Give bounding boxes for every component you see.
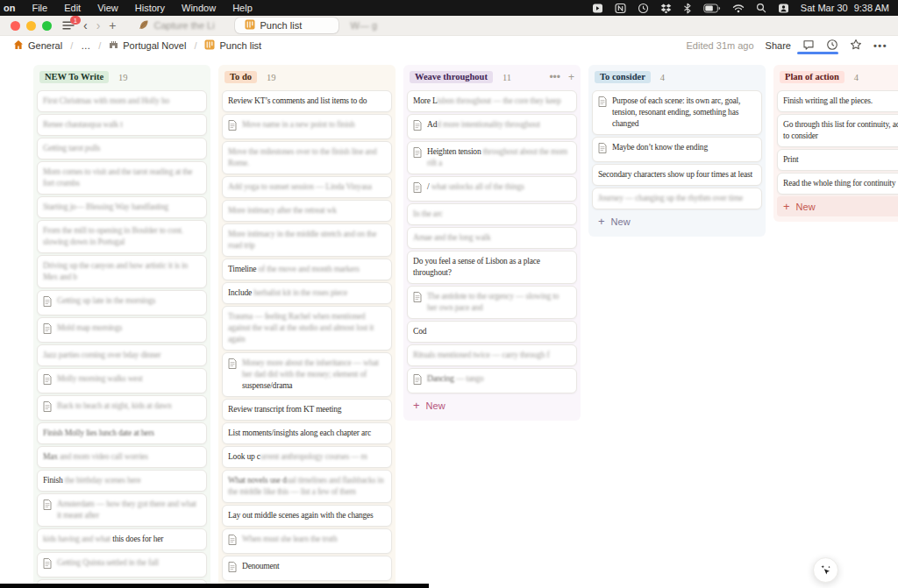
- new-tab-button[interactable]: +: [109, 18, 116, 32]
- board-card[interactable]: Look up current anthropology courses — m: [222, 446, 392, 468]
- menu-file[interactable]: File: [32, 3, 47, 13]
- battery-icon[interactable]: [703, 4, 721, 13]
- updates-clock-icon[interactable]: [826, 39, 838, 53]
- add-new-card-button[interactable]: +New: [407, 395, 577, 415]
- tab-capture-the-li[interactable]: Capture the Li: [129, 18, 232, 33]
- board-card[interactable]: kids having and what this does for her: [37, 528, 207, 550]
- share-button[interactable]: Share: [766, 40, 791, 51]
- board-card[interactable]: Trauma — feeling Rachel when mentioned a…: [222, 306, 392, 351]
- board-card[interactable]: Money more about the inheritance — what …: [222, 352, 392, 397]
- board-card[interactable]: The antidote to the urgency — slowing to…: [407, 286, 577, 319]
- board-card[interactable]: Getting Quinta settled in the fall: [37, 552, 207, 577]
- board-card[interactable]: Move the milestones over to the finish l…: [222, 141, 392, 174]
- bluetooth-icon[interactable]: [683, 3, 692, 14]
- board-card[interactable]: Getting tarot pulls: [37, 138, 207, 159]
- board-card[interactable]: Lay out middle scenes again with the cha…: [222, 505, 392, 527]
- board-card[interactable]: First Christmas with mom and Holly ho: [37, 90, 207, 112]
- notion-ai-button[interactable]: [813, 557, 838, 583]
- column-options-button[interactable]: •••: [549, 71, 560, 83]
- board-card[interactable]: Print: [777, 149, 898, 171]
- zoom-window-button[interactable]: [42, 21, 52, 31]
- board-card[interactable]: Renee chautauqua walk t: [37, 114, 207, 136]
- board-card[interactable]: Finish writing all the pieces.: [777, 90, 898, 112]
- column-title-badge[interactable]: To do: [224, 71, 257, 83]
- board-card[interactable]: Driving up the canyon and how artistic i…: [37, 255, 207, 288]
- board-card[interactable]: Starting jo— Blessing Way handfasting: [37, 196, 207, 218]
- user-switch-icon[interactable]: [778, 3, 789, 14]
- add-new-card-button[interactable]: +New: [592, 211, 762, 231]
- breadcrumb-item-punch-list[interactable]: Punch list: [202, 39, 264, 53]
- board-card[interactable]: Read the whole thing for continuity: [777, 173, 898, 195]
- board-card[interactable]: Journey — changing up the rhythm over ti…: [592, 188, 762, 209]
- column-title-badge[interactable]: NEW To Write: [39, 71, 109, 83]
- menu-edit[interactable]: Edit: [64, 3, 81, 13]
- board-card[interactable]: Secondary characters show up four times …: [592, 164, 762, 186]
- column-add-card-button[interactable]: +: [568, 71, 574, 83]
- breadcrumb-item-portugal-novel[interactable]: Portugal Novel: [106, 39, 189, 52]
- board-card[interactable]: Go through this list for continuity, add…: [777, 114, 898, 147]
- menubar-date[interactable]: Sat Mar 30: [801, 3, 848, 13]
- spotlight-icon[interactable]: [756, 3, 766, 13]
- board-card[interactable]: Max and mom video call worries: [37, 446, 207, 468]
- board-card[interactable]: Mold map mornings: [37, 317, 207, 343]
- board-card[interactable]: / what unlocks all of the things: [407, 176, 577, 202]
- notion-menu-icon[interactable]: [615, 3, 626, 14]
- board-card[interactable]: Maybe don’t know the ending: [592, 137, 762, 162]
- column-title-badge[interactable]: To consider: [595, 71, 651, 83]
- board-card[interactable]: When must she learn the truth: [222, 528, 392, 554]
- sidebar-toggle-button[interactable]: 1: [62, 20, 75, 31]
- menubar-time[interactable]: 9:38 AM: [854, 3, 889, 13]
- breadcrumb-item--[interactable]: …: [78, 39, 93, 52]
- board-card[interactable]: Molly morning walks west: [37, 368, 207, 393]
- column-title-badge[interactable]: Weave throughout: [410, 71, 493, 83]
- board-card[interactable]: Include herbalist kit in the roses piece: [222, 282, 392, 304]
- forward-button[interactable]: ›: [96, 19, 101, 32]
- back-button[interactable]: ‹: [83, 19, 88, 32]
- comments-icon[interactable]: [802, 39, 815, 53]
- board-card[interactable]: Review transcript from KT meeting: [222, 399, 392, 421]
- board-card[interactable]: Move name in a new point to finish: [222, 114, 392, 139]
- board-card[interactable]: Denoument: [222, 556, 392, 581]
- board-card[interactable]: List moments/insights along each chapter…: [222, 422, 392, 444]
- board-card[interactable]: More intimacy after the retreat wk: [222, 200, 392, 222]
- menu-window[interactable]: Window: [182, 3, 216, 13]
- board-card[interactable]: Amae and the long walk: [407, 227, 577, 249]
- board-card[interactable]: Back to beach at night, kids at dawn: [37, 395, 207, 421]
- screen-recorder-icon[interactable]: [592, 3, 603, 14]
- board-card[interactable]: Dancing — tango: [407, 368, 577, 393]
- board-card[interactable]: Timeline of the move and month markers: [222, 259, 392, 280]
- board-card[interactable]: Heighten tension throughout about the mo…: [407, 141, 577, 174]
- board-card[interactable]: Review KT’s comments and list items to d…: [222, 90, 392, 112]
- more-options-button[interactable]: •••: [873, 40, 887, 51]
- board-card[interactable]: What novels use dual timelines and flash…: [222, 470, 392, 503]
- board-card[interactable]: In the arc: [407, 203, 577, 225]
- board-card[interactable]: Amsterdam — how they got there and what …: [37, 493, 207, 527]
- menu-history[interactable]: History: [135, 3, 165, 13]
- tab-punch-list[interactable]: Punch list: [235, 18, 339, 33]
- board-card[interactable]: Finish the birthday scenes here: [37, 470, 207, 492]
- board-card[interactable]: From the mill to opening in Boulder to c…: [37, 220, 207, 253]
- board-card[interactable]: Add more intentionality throughout: [407, 114, 577, 139]
- column-title-badge[interactable]: Plan of action: [780, 71, 845, 83]
- board-card[interactable]: Finish Molly lies lunch date at hers: [37, 422, 207, 444]
- close-window-button[interactable]: [11, 21, 20, 31]
- minimize-window-button[interactable]: [26, 21, 36, 31]
- board-card[interactable]: Jazz parties coming over bday dinner: [37, 344, 207, 366]
- board-card[interactable]: Mom comes to visit and the tarot reading…: [37, 161, 207, 195]
- board-card[interactable]: Purpose of each scene: its own arc, goal…: [592, 90, 762, 135]
- tab-w-g[interactable]: W— g: [341, 18, 445, 33]
- add-new-card-button[interactable]: +New: [777, 196, 898, 216]
- wifi-icon[interactable]: [732, 4, 745, 13]
- board-card[interactable]: More intimacy in the middle stretch and …: [222, 223, 392, 257]
- menu-app-name[interactable]: on: [4, 3, 15, 13]
- board-card[interactable]: Getting up late in the mornings: [37, 290, 207, 315]
- board-card[interactable]: Rituals mentioned twice — carry through …: [407, 344, 577, 366]
- board-card[interactable]: Do you feel a sense of Lisbon as a place…: [407, 251, 577, 284]
- board-card[interactable]: Add yoga to sunset session — Linda Vinya…: [222, 176, 392, 198]
- dropbox-icon[interactable]: [660, 3, 672, 14]
- favorite-star-icon[interactable]: [850, 39, 862, 53]
- board-card[interactable]: More Lisbon throughout — the core they k…: [407, 90, 577, 112]
- focus-app-icon[interactable]: [638, 3, 649, 14]
- menu-view[interactable]: View: [97, 3, 118, 13]
- board-card[interactable]: Cod: [407, 321, 577, 343]
